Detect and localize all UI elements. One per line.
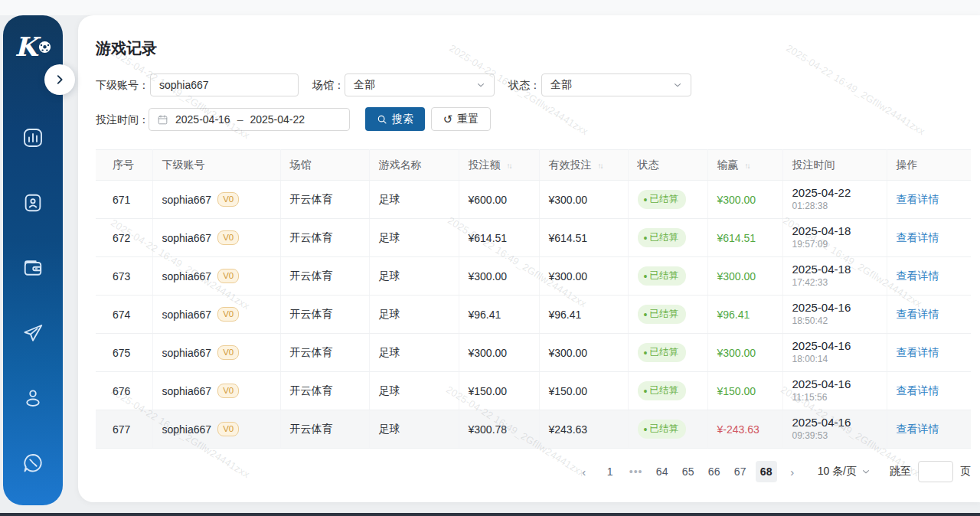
view-details-link[interactable]: 查看详情 [897,308,939,320]
date-range-picker[interactable]: 2025-04-16 – 2025-04-22 [149,108,350,131]
cell-venue: 开云体育 [280,219,369,257]
user-icon[interactable] [3,377,63,420]
page-size-value: 10 条/页 [818,465,857,478]
bet-time: 17:42:33 [792,277,877,289]
prev-page-button[interactable]: ‹ [573,461,595,482]
cell-bet-amount: ¥300.78 [459,410,539,449]
cell-account: sophia667 V0 [152,372,280,410]
view-details-link[interactable]: 查看详情 [897,346,939,358]
search-button-label: 搜索 [392,113,413,126]
cell-bet-time: 2025-04-18 19:57:09 [782,219,887,257]
cell-game: 足球 [369,410,459,449]
chevron-down-icon [861,466,871,477]
wallet-icon[interactable] [3,247,63,289]
page-jump: 跳至 页 [890,461,971,482]
cell-bet-amount: ¥614.51 [459,219,539,257]
vip-level-badge: V0 [217,422,239,437]
page-size-select[interactable]: 10 条/页 [818,465,871,478]
table-row: 674 sophia667 V0 开云体育 足球 ¥96.41 ¥96.41 •… [96,296,971,334]
next-page-button[interactable]: › [782,461,803,482]
cell-action: 查看详情 [887,181,971,219]
view-details-link[interactable]: 查看详情 [897,423,939,435]
view-details-link[interactable]: 查看详情 [897,269,939,282]
app-logo[interactable]: K [3,34,63,60]
reset-button[interactable]: ↺ 重置 [431,107,491,131]
page-number-64[interactable]: 64 [652,461,673,482]
table-header-row: 序号下级账号场馆游戏名称投注额↑↓有效投注↑↓状态输赢↑↓投注时间操作 [96,150,971,181]
cell-action: 查看详情 [887,257,971,296]
sort-icon[interactable]: ↑↓ [598,162,603,170]
member-card-icon[interactable] [3,181,63,224]
status-badge: •已结算 [638,343,686,362]
account-name: sophia667 [162,347,212,359]
cell-venue: 开云体育 [280,257,369,296]
chevron-down-icon [672,80,683,90]
account-input[interactable] [151,79,298,91]
page-number-65[interactable]: 65 [678,461,699,482]
reset-icon: ↺ [443,113,453,125]
column-header: 场馆 [280,150,369,181]
account-name: sophia667 [162,385,212,397]
cell-bet-time: 2025-04-16 18:00:14 [782,334,887,372]
column-header[interactable]: 投注额↑↓ [459,150,539,181]
stats-icon[interactable] [3,116,63,159]
status-value: 全部 [550,78,572,92]
page-number-67[interactable]: 67 [730,461,751,482]
cell-venue: 开云体育 [280,372,369,410]
page-number-68[interactable]: 68 [756,461,777,482]
jump-page-input[interactable] [918,461,953,482]
vip-level-badge: V0 [217,345,239,361]
column-header[interactable]: 输赢↑↓ [707,150,782,181]
bet-time: 01:28:38 [792,201,877,213]
cell-bet-amount: ¥300.00 [459,334,539,372]
bet-date: 2025-04-16 [792,301,877,315]
sidebar-expand-button[interactable] [44,64,75,95]
sort-icon[interactable]: ↑↓ [745,162,750,170]
page-number-1[interactable]: 1 [599,461,621,482]
cell-bet-amount: ¥96.41 [459,296,539,334]
cell-account: sophia667 V0 [152,334,280,372]
jump-label: 跳至 [890,465,911,478]
search-button[interactable]: 搜索 [365,107,425,131]
page-ellipsis: ••• [626,461,647,482]
cell-action: 查看详情 [887,296,971,334]
page-number-66[interactable]: 66 [704,461,725,482]
bet-time: 11:15:56 [792,392,877,404]
table-row: 671 sophia667 V0 开云体育 足球 ¥600.00 ¥300.00… [96,181,971,219]
status-badge: •已结算 [638,228,686,247]
cell-bet-amount: ¥600.00 [459,181,539,219]
cell-bet-amount: ¥300.00 [459,257,539,296]
cell-action: 查看详情 [887,334,971,372]
venue-select[interactable]: 全部 [345,73,495,96]
chevron-down-icon [475,80,486,90]
view-details-link[interactable]: 查看详情 [897,193,939,205]
cell-bet-amount: ¥150.00 [459,372,539,410]
cell-seq: 677 [96,410,152,449]
pagination: ‹ 1•••6465666768 › 10 条/页 跳至 页 [571,459,971,484]
phone-support-icon[interactable] [3,442,63,485]
cell-win-loss: ¥96.41 [707,296,782,334]
view-details-link[interactable]: 查看详情 [897,384,939,397]
sort-icon[interactable]: ↑↓ [507,162,511,170]
cell-game: 足球 [369,334,459,372]
venue-label: 场馆： [312,73,345,96]
vip-level-badge: V0 [217,269,239,284]
search-icon [377,114,387,125]
send-icon[interactable] [3,312,63,354]
cell-account: sophia667 V0 [152,296,280,334]
view-details-link[interactable]: 查看详情 [897,231,939,243]
cell-valid-bet: ¥300.00 [539,257,628,296]
cell-status: •已结算 [628,410,707,449]
status-select[interactable]: 全部 [541,73,691,96]
cell-seq: 676 [96,372,152,410]
bottom-strip [0,513,980,516]
cell-bet-time: 2025-04-16 11:15:56 [782,372,887,410]
account-name: sophia667 [162,194,212,206]
column-header[interactable]: 有效投注↑↓ [539,150,628,181]
cell-game: 足球 [369,181,459,219]
page-number-list: 1•••6465666768 [597,461,779,482]
cell-venue: 开云体育 [280,334,369,372]
bet-time: 19:57:09 [792,239,877,251]
page-title: 游戏记录 [96,38,157,59]
cell-status: •已结算 [628,219,707,257]
